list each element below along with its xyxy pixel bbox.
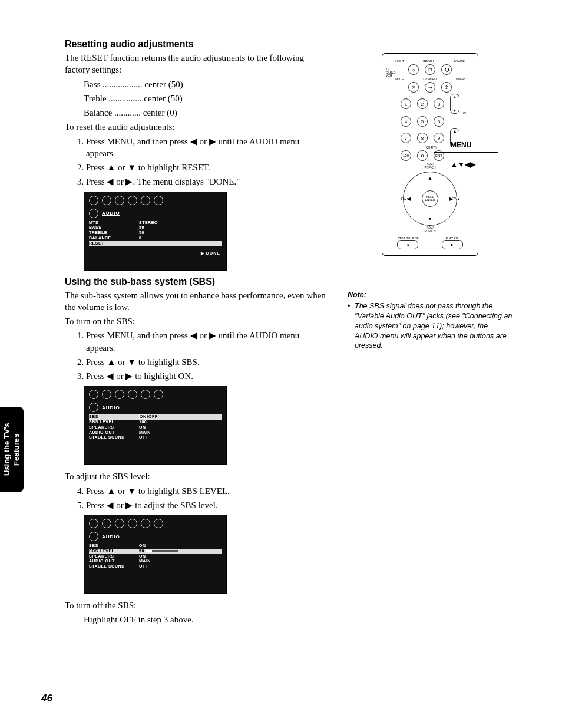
- slider-icon: [146, 550, 178, 552]
- step: Press ▲ or ▼ to highlight SBS LEVEL.: [86, 485, 330, 497]
- osd-val: 50: [139, 230, 144, 236]
- osd-val: ON: [139, 543, 146, 549]
- osd-icon: [89, 196, 98, 205]
- menu-enter-button: MENU ENTER: [422, 190, 438, 207]
- steps-sbs-adj: Press ▲ or ▼ to highlight SBS LEVEL. Pre…: [75, 485, 330, 512]
- audio-icon: [89, 532, 98, 541]
- note-text: The SBS signal does not pass through the…: [348, 301, 513, 351]
- num-button: 0: [417, 150, 428, 161]
- osd-val: STEREO: [139, 220, 158, 226]
- osd-icon: [102, 390, 111, 399]
- osd-title: AUDIO: [102, 405, 120, 410]
- step: Press MENU, and then press ◀ or ▶ until …: [86, 136, 330, 160]
- osd-icon: [154, 390, 163, 399]
- power-button: ⏻: [441, 64, 452, 75]
- osd-key: AUDIO OUT: [89, 559, 139, 564]
- osd-menu-reset: AUDIO MTSSTEREO BASS50 TREBLE50 BALANCE0…: [84, 192, 227, 271]
- step: Press ▲ or ▼ to highlight SBS.: [86, 356, 330, 368]
- steps-sbs-on: Press MENU, and then press ◀ or ▶ until …: [75, 330, 330, 382]
- recall-button: ⊡: [425, 64, 435, 75]
- para-sbs-off-step: Highlight OFF in step 3 above.: [84, 614, 330, 625]
- osd-key: SBS LEVEL: [89, 420, 139, 425]
- num-button: 100: [401, 150, 411, 161]
- osd-key: TREBLE: [89, 230, 139, 236]
- osd-icon: [128, 390, 137, 399]
- osd-done: ▶ DONE: [201, 251, 220, 256]
- osd-icon: [128, 519, 137, 528]
- osd-key: AUDIO OUT: [89, 430, 139, 436]
- osd-key: MTS: [89, 220, 139, 226]
- osd-menu-sbs-level: AUDIO SBSON SBS LEVEL50 SPEAKERSON AUDIO…: [84, 515, 227, 594]
- num-button: 8: [417, 133, 428, 143]
- remote-label: TIMER: [455, 77, 465, 81]
- osd-icon: [102, 196, 111, 205]
- osd-icon: [89, 390, 98, 399]
- osd-val: 0: [139, 236, 141, 241]
- para-reset-intro: The RESET function returns the audio adj…: [65, 52, 330, 76]
- osd-key: STABLE SOUND: [89, 564, 139, 569]
- note-heading: Note:: [348, 290, 513, 300]
- remote-label: MUTE: [395, 77, 404, 81]
- osd-title: AUDIO: [102, 210, 120, 216]
- down-arrow-icon: ▼: [428, 216, 432, 222]
- stop-button: ■: [397, 240, 418, 249]
- osd-icon: [141, 390, 150, 399]
- left-column: Resetting audio adjustments The RESET fu…: [65, 35, 330, 628]
- osd-val: OFF: [139, 564, 148, 569]
- right-column: LIGHT RECALL POWER ☼ ⊡ ⏻ TV CABLE VCR MU…: [348, 35, 513, 628]
- num-button: 1: [401, 98, 411, 109]
- osd-icon: [154, 196, 163, 205]
- num-button: 5: [417, 116, 428, 127]
- factory-bass: Bass .................. center (50): [84, 78, 330, 90]
- fav-down-label: FAV▼: [401, 197, 409, 200]
- remote-label: RECALL: [423, 60, 434, 63]
- tvvideo-button: ⇥: [425, 82, 435, 93]
- stop-source-label: STOP SOURCE: [397, 236, 418, 240]
- heading-sbs: Using the sub-bass system (SBS): [65, 276, 330, 287]
- steps-reset: Press MENU, and then press ◀ or ▶ until …: [75, 136, 330, 188]
- callouts: MENU ▲▼◀▶: [451, 144, 513, 172]
- num-button: 9: [434, 133, 444, 143]
- osd-val: MAIN: [139, 559, 151, 564]
- osd-icon: [154, 519, 163, 528]
- osd-key: SBS: [89, 414, 139, 420]
- osd-val: /OFF: [147, 414, 158, 419]
- num-button: 6: [434, 116, 444, 127]
- factory-treble: Treble ............... center (50): [84, 93, 330, 104]
- step: Press ▲ or ▼ to highlight RESET.: [86, 162, 330, 173]
- num-button: 3: [434, 98, 444, 109]
- osd-title: AUDIO: [102, 534, 120, 539]
- step: Press MENU, and then press ◀ or ▶ until …: [86, 330, 330, 354]
- remote-label: POWER: [454, 60, 465, 63]
- osd-key: SPEAKERS: [89, 425, 139, 430]
- osd-menu-sbs-on: AUDIO SBSON/OFF SBS LEVEL100 SPEAKERSON …: [84, 386, 227, 465]
- remote-label: LIGHT: [395, 60, 404, 63]
- osd-key: SBS: [89, 543, 139, 549]
- osd-key: BASS: [89, 225, 139, 230]
- osd-key: STABLE SOUND: [89, 435, 139, 440]
- osd-icon: [115, 519, 124, 528]
- play-button: ▶: [442, 240, 463, 249]
- step: Press ◀ or ▶ to highlight ON.: [86, 370, 330, 382]
- adv-popch-label: ADV/ POP CH: [386, 226, 474, 233]
- light-button: ☼: [408, 64, 419, 75]
- osd-key: SPEAKERS: [89, 554, 139, 559]
- osd-icon: [141, 519, 150, 528]
- audio-icon: [89, 403, 98, 412]
- osd-val: 50: [139, 225, 144, 230]
- osd-icon: [128, 196, 137, 205]
- timer-button: ⏱: [441, 82, 452, 93]
- step: Press ◀ or ▶ to adjust the SBS level.: [86, 499, 330, 511]
- up-arrow-icon: ▲: [428, 176, 432, 181]
- para-sbs-intro: The sub-bass system allows you to enhanc…: [65, 289, 330, 314]
- osd-icon: [102, 519, 111, 528]
- osd-icon: [115, 390, 124, 399]
- para-sbs-off-lead: To turn off the SBS:: [65, 599, 330, 611]
- num-button: 2: [417, 98, 428, 109]
- osd-val: 50: [139, 549, 144, 553]
- osd-val: 100: [139, 420, 147, 425]
- callout-arrows: ▲▼◀▶: [451, 158, 475, 172]
- remote-label: TV/VIDEO: [423, 77, 437, 81]
- page-number: 46: [41, 693, 52, 704]
- osd-val: OFF: [139, 435, 148, 440]
